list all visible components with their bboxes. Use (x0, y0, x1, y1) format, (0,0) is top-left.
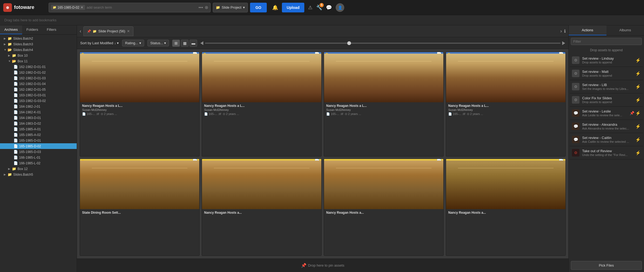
warning-icon[interactable]: ⚠ (308, 5, 312, 11)
list-item[interactable]: 📄164-1983-D-02 (0, 121, 77, 126)
list-item[interactable]: ⚙ Set review - LIB Set the images to rev… (570, 80, 643, 93)
bolt-icon[interactable]: ⚡ (635, 150, 641, 155)
list-item[interactable]: ⚙ Color Fix for Slides Drop assets to ap… (570, 93, 643, 107)
bolt-icon[interactable]: ⚡ (635, 137, 641, 142)
slider-track[interactable] (205, 43, 561, 44)
rating-label: Rating... (125, 41, 138, 45)
list-item[interactable]: ▶ 📁 Box 12 (0, 166, 77, 172)
list-item[interactable]: 📄163-1982-G-03-02 (0, 98, 77, 104)
search-bar[interactable]: 📁 165-1985-D-02 ✕ ••• ⊗ (49, 3, 211, 12)
list-item[interactable]: 📄164-1982-J-01 (0, 104, 77, 109)
action-buttons: ⚡ (635, 58, 641, 63)
tab-nav-right[interactable]: › (560, 28, 562, 34)
list-item[interactable]: 📄165-1985-A-02 (0, 132, 77, 138)
asset-meta: 📄 165-... .tif⊙ 2 years ... (326, 112, 441, 116)
list-item[interactable]: 📄164-1983-D-01 (0, 115, 77, 121)
wrench-icon[interactable]: 🔧 5 (316, 5, 322, 11)
chevron-right-icon[interactable]: › (560, 28, 562, 34)
action-content: Color Fix for Slides Drop assets to appe… (582, 96, 633, 104)
bolt-icon[interactable]: ⚡ (635, 58, 641, 63)
tree-item-label: 163-1982-G-03-02 (19, 99, 46, 103)
search-tag[interactable]: 📁 165-1985-D-02 ✕ (51, 5, 85, 10)
pin-icon[interactable]: 📌 (630, 111, 634, 115)
list-item[interactable]: 📄162-1982-D-01-03 (0, 75, 77, 81)
list-item[interactable]: ▶ 📁 Slides.Batch3 (0, 41, 77, 47)
file-icon: 📄 (14, 133, 18, 137)
slider-increase-icon[interactable] (562, 41, 565, 45)
asset-card[interactable]: ★📄 State Dining Room Sett... (80, 159, 200, 256)
content-tab-slide-project[interactable]: 📌 📁 Slide Project (56) ✕ (83, 26, 133, 36)
list-item[interactable]: 💬 Set review - Leslie Ask Leslie to revi… (570, 107, 643, 120)
list-item[interactable]: 📄162-1982-D-01-01 (0, 64, 77, 70)
list-item[interactable]: 📄166-1985-L-02 (0, 160, 77, 166)
list-item[interactable]: 📄163-1982-G-03-01 (0, 92, 77, 98)
tab-actions[interactable]: Actions (569, 25, 606, 35)
tab-albums[interactable]: Albums (606, 25, 644, 35)
list-view-button[interactable]: ▬ (190, 40, 197, 47)
avatar[interactable]: 👤 (336, 3, 344, 12)
upload-button[interactable]: Upload (282, 3, 304, 12)
list-item[interactable]: ▼ 📂 Box 11 (0, 58, 77, 64)
asset-card[interactable]: ★📄 Nancy Reagan Hosts a L... Susan McElh… (446, 52, 566, 157)
list-item[interactable]: 💬 Set review - Caitlin Ask Caitlin to re… (570, 133, 643, 146)
list-item[interactable]: 📄165-1985-D-03 (0, 149, 77, 155)
list-item[interactable]: 📄166-1985-L-01 (0, 155, 77, 160)
asset-title: Nancy Reagan Hosts a L... (326, 104, 441, 108)
app-logo[interactable]: ⊛ fotoware (3, 3, 46, 12)
list-item[interactable]: 📄165-1985-D-01 (0, 138, 77, 143)
medium-grid-button[interactable]: ▦ (181, 40, 188, 47)
sort-button[interactable]: Sort by Last Modified ↓ ▾ (80, 41, 119, 45)
pick-files-button[interactable]: Pick Files (571, 261, 642, 270)
topbar-icons: 🔔 Upload ⚠ 🔧 5 💬 👤 (272, 3, 344, 12)
bolt-icon[interactable]: ⚡ (635, 84, 641, 89)
sidebar-tab-archives[interactable]: Archives (0, 25, 22, 34)
info-icon[interactable]: ℹ (564, 29, 566, 34)
asset-card[interactable]: ★📄 Nancy Reagan Hosts a L... Susan McElh… (324, 52, 444, 157)
bolt-icon[interactable]: ⚡ (635, 97, 641, 103)
list-item[interactable]: ▶ 📁 Slides.Batch5 (0, 172, 77, 177)
sidebar-tab-folders[interactable]: Folders (22, 25, 42, 34)
grid-view-button[interactable]: ⊞ (172, 40, 180, 47)
list-item[interactable]: 📄162-1982-D-01-05 (0, 87, 77, 92)
list-item[interactable]: 💬 Set review - Alexandra Ask Alexandra t… (570, 120, 643, 133)
project-select[interactable]: 📁 Slide Project ▾ (213, 3, 248, 12)
list-item[interactable]: ⚙ Set review - Matt Drop assets to appen… (570, 67, 643, 80)
list-item[interactable]: 📄165-1985-A-01 (0, 126, 77, 132)
rating-filter[interactable]: Rating... ▾ (122, 40, 144, 46)
list-item[interactable]: ▶ 📁 Box 10 (0, 53, 77, 58)
bolt-icon[interactable]: ⚡ (635, 124, 641, 129)
list-item[interactable]: 📄162-1982-D-01-04 (0, 81, 77, 87)
folder-open-icon: 📂 (12, 59, 16, 63)
asset-card[interactable]: ★📄 Nancy Reagan Hosts a... (446, 159, 566, 256)
asset-title: State Dining Room Sett... (82, 211, 197, 215)
tab-nav-left[interactable]: ‹ (80, 28, 81, 34)
sidebar-tab-filters[interactable]: Filters (42, 25, 60, 34)
action-title: Set review - Alexandra (582, 123, 633, 127)
list-item[interactable]: ▶ 📁 Slides.Batch2 (0, 36, 77, 41)
slider-thumb[interactable] (347, 41, 351, 45)
asset-card[interactable]: ★📄 Nancy Reagan Hosts a... (202, 159, 322, 256)
actions-filter-input[interactable] (571, 38, 642, 45)
list-item[interactable]: ▼ 📂 Slides.Batch4 (0, 47, 77, 53)
list-item[interactable]: 📄164-1982-K-01 (0, 109, 77, 115)
chevron-left-icon[interactable]: ‹ (80, 28, 81, 34)
search-tag-close[interactable]: ✕ (80, 5, 83, 9)
asset-card[interactable]: ★📄 Nancy Reagan Hosts a L... Susan McElh… (80, 52, 200, 157)
go-button[interactable]: GO (250, 3, 267, 12)
asset-card[interactable]: ★📄 Nancy Reagan Hosts a... (324, 159, 444, 256)
asset-card[interactable]: ★📄 Nancy Reagan Hosts a L... Susan McElh… (202, 52, 322, 157)
list-item[interactable]: ⚙ Take out of Review Undo the setting of… (570, 146, 643, 159)
status-filter[interactable]: Status... ▾ (147, 40, 169, 46)
search-options-icon[interactable]: ••• (198, 5, 203, 10)
notifications-icon[interactable]: 🔔 (272, 5, 278, 11)
list-item[interactable]: 📄165-1985-D-02 (0, 143, 77, 149)
bolt-icon[interactable]: ⚡ (635, 71, 641, 76)
list-item[interactable]: ⚙ Set review - Lindsay Drop assets to ap… (570, 54, 643, 67)
search-clear-icon[interactable]: ⊗ (205, 5, 208, 10)
close-tab-icon[interactable]: ✕ (127, 29, 130, 33)
list-item[interactable]: 📄162-1982-D-01-02 (0, 70, 77, 75)
bolt-icon[interactable]: ⚡ (635, 111, 641, 116)
slider-decrease-icon[interactable] (200, 41, 203, 45)
search-input[interactable] (87, 5, 197, 9)
chat-icon[interactable]: 💬 (326, 5, 332, 11)
